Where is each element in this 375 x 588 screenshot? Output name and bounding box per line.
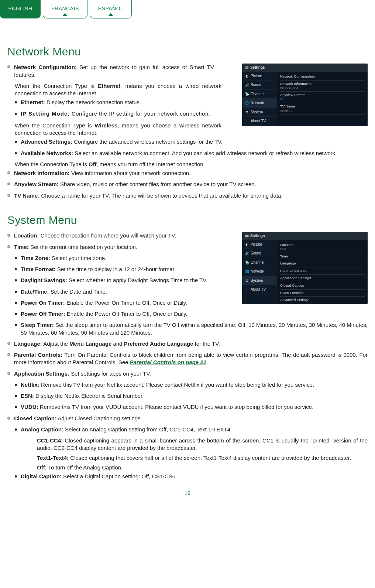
- tv-side-about[interactable]: iAbout TV: [242, 117, 277, 126]
- tv-row-label: Network Information: [280, 82, 365, 86]
- tv-side-label: Picture: [251, 74, 262, 79]
- list-item: Available Networks: Select an available …: [15, 150, 368, 159]
- list-item: Time Format: Set the time to display in …: [15, 266, 221, 275]
- tab-francais[interactable]: FRANÇAIS: [43, 0, 87, 18]
- item-label: Digital Caption:: [21, 473, 62, 479]
- item-text: Share video, music or other content file…: [59, 181, 256, 187]
- tv-side-system[interactable]: ⚙System: [242, 276, 277, 286]
- list-item: Analog Caption: Select an Analog Caption…: [15, 426, 368, 435]
- bullet-icon: [15, 406, 17, 408]
- paragraph: Off: To turn off the Analog Caption.: [37, 464, 368, 471]
- tab-espanol[interactable]: ESPAÑOL: [90, 0, 132, 18]
- tv-row[interactable]: Advanced Settings: [280, 297, 365, 304]
- sound-icon: 🔊: [245, 252, 249, 255]
- bullet-icon: [15, 384, 17, 386]
- list-item: Digital Caption: Select a Digital Captio…: [15, 473, 368, 482]
- network-icon: 🌐: [245, 270, 249, 273]
- page-number: 19: [7, 490, 368, 497]
- item-label: Closed Caption:: [14, 415, 56, 421]
- bullet-icon: [7, 171, 10, 174]
- tv-side-sound[interactable]: 🔊Sound: [242, 81, 277, 90]
- tv-side-network[interactable]: 🌐Network: [242, 267, 277, 276]
- item-label: Text1-Text4:: [37, 455, 69, 461]
- item-text: Display the network connection status.: [45, 99, 141, 105]
- list-item: Language: Adjust the Menu Language and P…: [7, 340, 368, 350]
- tv-row[interactable]: Anyview StreamOn: [280, 92, 365, 103]
- list-item: Network Information: View information ab…: [7, 170, 368, 179]
- tv-row[interactable]: LocationUSA: [280, 242, 365, 253]
- bullet-icon: [7, 234, 10, 237]
- tv-settings-system-panel: Settings ◐Picture 🔊Sound 📡Channel 🌐Netwo…: [242, 232, 368, 304]
- tv-side-network[interactable]: 🌐Network: [242, 99, 277, 108]
- bullet-icon: [7, 245, 10, 248]
- bullet-icon: [15, 302, 17, 304]
- tv-row-label: Advanced Settings: [280, 298, 365, 302]
- list-item: Closed Caption: Adjust Closed Captioning…: [7, 415, 368, 424]
- list-item: Network Configuration: Set up the networ…: [7, 64, 214, 81]
- tv-row[interactable]: TV NameSmart TV: [280, 103, 365, 114]
- list-item: VUDU: Remove this TV from your VUDU acco…: [15, 403, 368, 413]
- list-item: Location: Choose the location from where…: [7, 232, 214, 242]
- item-text: Display the Netflix Electronic Serial Nu…: [34, 393, 144, 399]
- tv-side-channel[interactable]: 📡Channel: [242, 90, 277, 99]
- parental-controls-link[interactable]: Parental Controls on page 21: [130, 359, 207, 365]
- tv-side-system[interactable]: ⚙System: [242, 108, 277, 117]
- tv-row[interactable]: Time: [280, 253, 365, 260]
- list-item: Application Settings: Set settings for a…: [7, 370, 368, 380]
- picture-icon: ◐: [245, 243, 249, 246]
- tv-main-list: Network Configuration Network Informatio…: [277, 72, 368, 126]
- item-label: Ethernet:: [21, 99, 45, 105]
- paragraph: When the Connection Type is Ethernet, me…: [15, 82, 221, 98]
- heading-system-menu: System Menu: [7, 213, 368, 228]
- bullet-icon: [15, 279, 17, 281]
- channel-icon: 📡: [245, 261, 249, 264]
- item-text: View information about your network conn…: [70, 170, 190, 176]
- tv-side-sound[interactable]: 🔊Sound: [242, 249, 277, 258]
- tv-side-picture[interactable]: ◐Picture: [242, 72, 277, 81]
- tv-side-picture[interactable]: ◐Picture: [242, 240, 277, 249]
- bullet-icon: [15, 113, 17, 115]
- item-text: Select your time zone.: [50, 255, 107, 261]
- tv-row[interactable]: Parental Controls: [280, 267, 365, 275]
- tv-row[interactable]: Language: [280, 260, 365, 267]
- tv-row-sub: On: [280, 98, 365, 102]
- tv-row[interactable]: Network Configuration: [280, 73, 365, 81]
- bullet-icon: [7, 417, 10, 420]
- tv-row[interactable]: Closed Caption: [280, 282, 365, 290]
- list-item: IP Setting Mode: Configure the IP settin…: [15, 110, 221, 120]
- item-label: Sleep Timer:: [21, 322, 54, 328]
- bullet-icon: [7, 65, 10, 68]
- tv-row-label: HDMI Function: [280, 291, 365, 295]
- item-label: Analog Caption:: [21, 426, 63, 433]
- tv-row-label: Closed Caption: [280, 283, 365, 288]
- tv-row[interactable]: HDMI Function: [280, 290, 365, 297]
- item-label: VUDU:: [21, 404, 38, 410]
- tv-row-sub: Disconnected: [280, 86, 365, 90]
- tv-row-sub: USA: [280, 247, 365, 252]
- tv-row-sub: Smart TV: [280, 109, 365, 113]
- list-item: Advanced Settings: Configure the advance…: [15, 138, 368, 148]
- item-label: Application Settings:: [14, 370, 69, 377]
- tv-row[interactable]: Network InformationDisconnected: [280, 81, 365, 92]
- list-item: TV Name: Choose a name for your TV. The …: [7, 192, 368, 202]
- item-label: Anyview Stream:: [14, 181, 59, 187]
- list-item: Power Off Timer: Enable the Power Off Ti…: [15, 310, 368, 320]
- paragraph: CC1-CC4: Closed captioning appears in a …: [37, 437, 368, 452]
- item-text: Adjust Closed Captioning settings.: [56, 415, 142, 421]
- bullet-icon: [15, 428, 17, 431]
- tv-side-about[interactable]: iAbout TV: [242, 285, 277, 294]
- tv-row[interactable]: Application Settings: [280, 275, 365, 282]
- item-text: Set the sleep timer to automatically tur…: [21, 322, 368, 335]
- bullet-icon: [7, 182, 10, 185]
- tv-row-label: Application Settings: [280, 276, 365, 281]
- item-text: Remove this TV from your Netflix account…: [39, 382, 314, 388]
- tv-side-channel[interactable]: 📡Channel: [242, 258, 277, 267]
- bullet-icon: [15, 324, 17, 326]
- list-item: Ethernet: Display the network connection…: [15, 99, 221, 108]
- tv-main-list: LocationUSA Time Language Parental Contr…: [277, 240, 368, 304]
- tab-english[interactable]: ENGLISH: [0, 0, 41, 18]
- bullet-icon: [7, 342, 10, 345]
- item-label: Power Off Timer:: [21, 311, 65, 317]
- item-label: Power On Timer:: [21, 300, 65, 306]
- tab-espanol-label: ESPAÑOL: [98, 6, 124, 11]
